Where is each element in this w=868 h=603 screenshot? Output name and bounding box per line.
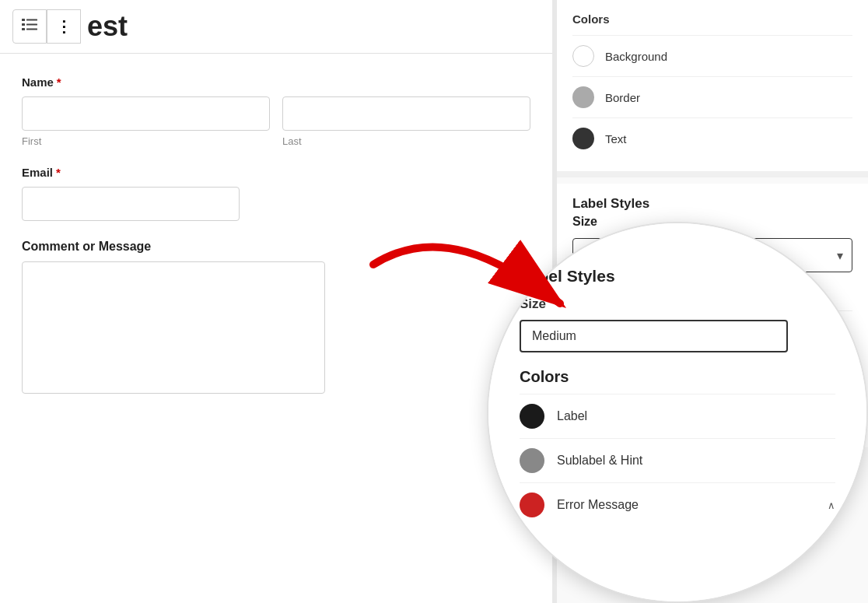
first-sublabel: First bbox=[22, 135, 270, 147]
svg-rect-0 bbox=[22, 19, 25, 21]
svg-rect-5 bbox=[26, 28, 37, 30]
email-label: Email * bbox=[22, 166, 530, 179]
title-container: ⋮ est bbox=[12, 9, 128, 44]
top-colors-heading: Colors bbox=[572, 12, 852, 26]
first-name-input[interactable] bbox=[22, 96, 270, 131]
error-color-row[interactable]: Error Message ∧ bbox=[572, 393, 852, 435]
chevron-up-icon: ∧ bbox=[845, 408, 852, 420]
section-separator-1 bbox=[557, 171, 868, 177]
background-color-swatch bbox=[572, 45, 594, 67]
border-color-row[interactable]: Border bbox=[572, 76, 852, 117]
comment-label: Comment or Message bbox=[22, 240, 530, 254]
size-section: Size Medium bbox=[572, 215, 852, 272]
colors-label-subsection: Colors Label Sublabel & Hint Error Messa… bbox=[572, 288, 852, 435]
last-sublabel: Last bbox=[282, 135, 530, 147]
last-name-input[interactable] bbox=[282, 96, 530, 131]
sublabel-color-swatch bbox=[572, 362, 594, 384]
panel-divider bbox=[552, 0, 557, 603]
last-name-wrapper bbox=[282, 96, 530, 131]
name-required: * bbox=[57, 75, 61, 89]
name-label: Name * bbox=[22, 75, 530, 89]
size-dropdown[interactable]: Medium bbox=[572, 238, 852, 272]
right-panel: Colors Background Border Text Label Styl… bbox=[557, 0, 868, 603]
name-section: Name * First Last bbox=[22, 75, 530, 147]
error-color-label: Error Message bbox=[605, 408, 681, 421]
comment-section: Comment or Message bbox=[22, 240, 530, 397]
dots-icon: ⋮ bbox=[56, 17, 72, 36]
text-color-label: Text bbox=[605, 132, 627, 145]
label-color-swatch bbox=[572, 321, 594, 342]
colors-subheading: Colors bbox=[572, 288, 852, 301]
form-content: Name * First Last Email * bbox=[0, 54, 552, 437]
background-color-label: Background bbox=[605, 50, 667, 63]
list-icon-button[interactable] bbox=[12, 9, 47, 44]
email-required: * bbox=[56, 166, 61, 179]
top-colors-section: Colors Background Border Text bbox=[557, 0, 868, 171]
page-title: est bbox=[87, 10, 128, 43]
sublabel-color-row[interactable]: Sublabel & Hint bbox=[572, 352, 852, 393]
label-color-label: Label bbox=[605, 325, 634, 338]
list-icon bbox=[22, 19, 37, 35]
background-color-row[interactable]: Background bbox=[572, 35, 852, 76]
svg-rect-4 bbox=[26, 23, 37, 25]
comment-textarea[interactable] bbox=[22, 261, 325, 394]
size-heading: Size bbox=[572, 215, 852, 229]
svg-rect-3 bbox=[26, 19, 37, 20]
name-sublabels: First Last bbox=[22, 135, 530, 147]
form-panel: ⋮ est Name * First Last bbox=[0, 0, 552, 603]
sublabel-color-label: Sublabel & Hint bbox=[605, 366, 685, 380]
text-color-row[interactable]: Text bbox=[572, 117, 852, 159]
email-section: Email * bbox=[22, 166, 530, 221]
svg-rect-1 bbox=[22, 23, 25, 26]
text-color-swatch bbox=[572, 128, 594, 149]
border-color-swatch bbox=[572, 86, 594, 108]
label-styles-section: Label Styles Size Medium Colors Label Su… bbox=[557, 184, 868, 447]
first-name-wrapper bbox=[22, 96, 270, 131]
label-styles-heading: Label Styles bbox=[572, 196, 852, 212]
svg-rect-2 bbox=[22, 28, 25, 30]
name-inputs-row bbox=[22, 96, 530, 131]
error-color-swatch bbox=[572, 403, 594, 425]
form-header: ⋮ est bbox=[0, 0, 552, 54]
size-dropdown-wrapper: Medium bbox=[572, 238, 852, 272]
border-color-label: Border bbox=[605, 91, 640, 104]
label-color-row[interactable]: Label bbox=[572, 310, 852, 352]
more-options-button[interactable]: ⋮ bbox=[47, 9, 81, 44]
email-input[interactable] bbox=[22, 187, 240, 221]
